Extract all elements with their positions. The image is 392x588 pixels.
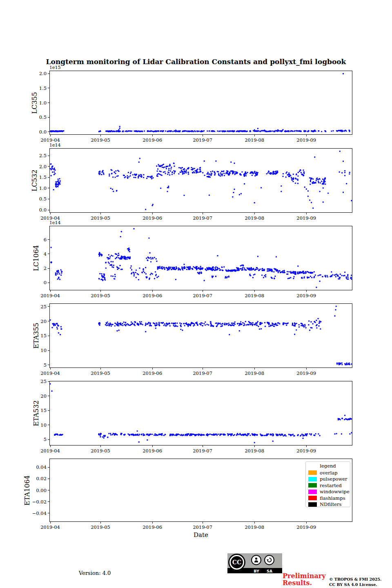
y-tick-label: 0.02 (30, 476, 47, 481)
y-tickmark (48, 210, 49, 210)
copyright-text: © TROPOS & FMI 2025. CC BY SA 4.0 Licens… (329, 577, 381, 587)
y-tickmark (48, 439, 49, 440)
y-tick-label: 2.0 (30, 164, 47, 169)
copyright-line1: © TROPOS & FMI 2025. (329, 577, 381, 582)
y-tickmark (48, 88, 49, 88)
x-tickmark (152, 135, 153, 136)
y-tick-label: 25 (30, 379, 47, 384)
x-tick-label: 2019-06 (143, 215, 162, 221)
x-tick-label: 2019-07 (193, 293, 212, 298)
x-tick-label: 2019-04 (40, 293, 60, 298)
x-tick-label: 2019-08 (245, 293, 264, 298)
y-axis-label-eta355: ETA355 (32, 323, 40, 349)
y-tick-label: 0.00 (30, 488, 47, 493)
x-tickmark (306, 135, 307, 136)
x-tickmark (100, 522, 101, 523)
preliminary-results-text: Preliminary Results. (283, 572, 326, 586)
x-tickmark (254, 213, 255, 214)
y-tick-label: −0.04 (30, 510, 47, 516)
x-tickmark (254, 368, 255, 370)
y-tick-label: 25 (30, 304, 47, 310)
y-tick-label: 5 (30, 362, 47, 368)
axis-offset-label: 1e14 (49, 220, 61, 225)
copyright-line2: CC BY SA 4.0 License. (329, 582, 381, 587)
x-tick-label: 2019-04 (40, 524, 60, 530)
x-tick-label: 2019-09 (296, 137, 316, 143)
legend-entry-NDfilters: NDfilters (308, 501, 347, 508)
x-tickmark (306, 213, 307, 214)
x-tickmark (152, 368, 153, 370)
y-tickmark (48, 177, 49, 178)
by-person-icon (251, 555, 261, 565)
legend-swatch-restarted (308, 483, 317, 488)
x-tickmark (50, 445, 51, 447)
x-tickmark (306, 522, 307, 523)
legend-title: legend (308, 463, 347, 469)
axis-offset-label: 1e15 (49, 65, 61, 70)
x-tickmark (100, 445, 101, 447)
legend-swatch-flashlamps (308, 496, 317, 500)
x-tickmark (152, 213, 153, 214)
y-tickmark (48, 239, 49, 240)
x-tick-label: 2019-07 (193, 137, 212, 143)
x-tick-label: 2019-05 (91, 370, 110, 376)
y-tick-label: 0.0 (30, 129, 47, 135)
legend-label: restarted (320, 483, 342, 488)
y-tickmark (48, 425, 49, 425)
sa-arrow-icon (264, 555, 274, 565)
axis-offset-label: 1e14 (49, 143, 61, 148)
x-tickmark (152, 445, 153, 447)
x-tickmark (152, 290, 153, 292)
x-tickmark (306, 290, 307, 292)
y-tick-label: 6 (30, 237, 47, 243)
cc-logo-icon: CC (229, 555, 244, 570)
plot-title: Longterm monitoring of Lidar Calibration… (0, 58, 392, 66)
legend-box: legend overlappulsepowerrestartedwindoww… (305, 461, 350, 507)
legend-swatch-windowwipe (308, 490, 317, 494)
legend-swatch-NDfilters (308, 502, 317, 507)
x-tickmark (50, 213, 51, 214)
x-tickmark (50, 290, 51, 292)
y-tickmark (48, 501, 49, 502)
x-tickmark (203, 213, 203, 214)
y-tick-label: 2.0 (30, 71, 47, 76)
date-axis-label: Date (194, 531, 208, 539)
x-tick-label: 2019-05 (91, 524, 110, 530)
x-tickmark (100, 135, 101, 136)
x-tickmark (50, 522, 51, 523)
y-tickmark (48, 513, 49, 513)
y-tickmark (48, 268, 49, 269)
x-tick-label: 2019-08 (245, 215, 264, 221)
legend-label: flashlamps (320, 495, 345, 501)
y-tick-label: 2.5 (30, 153, 47, 158)
x-tick-label: 2019-09 (296, 524, 316, 530)
x-tick-label: 2019-04 (40, 448, 60, 454)
legend-entry-restarted: restarted (308, 482, 347, 489)
x-tick-label: 2019-06 (143, 370, 162, 376)
y-tickmark (48, 396, 49, 396)
y-tickmark (48, 350, 49, 351)
y-tickmark (48, 188, 49, 188)
y-tick-label: 0 (30, 280, 47, 285)
x-tick-label: 2019-09 (296, 448, 316, 454)
cc-by-label: BY (254, 569, 259, 573)
x-tick-label: 2019-06 (143, 448, 162, 454)
y-axis-label-eta1064: ETA1064 (23, 475, 31, 506)
x-tick-label: 2019-08 (245, 448, 264, 454)
x-tickmark (306, 368, 307, 370)
x-tick-label: 2019-08 (245, 370, 264, 376)
y-tickmark (48, 365, 49, 365)
y-tickmark (48, 283, 49, 283)
legend-entry-flashlamps: flashlamps (308, 495, 347, 501)
y-axis-label-lc355: LC355 (31, 92, 38, 114)
x-tickmark (254, 135, 255, 136)
legend-label: pulsepower (320, 476, 347, 482)
y-tickmark (48, 410, 49, 411)
x-tickmark (100, 290, 101, 292)
x-tickmark (203, 290, 203, 292)
figure: Longterm monitoring of Lidar Calibration… (0, 0, 392, 588)
x-tickmark (254, 445, 255, 447)
x-tick-label: 2019-07 (193, 524, 212, 530)
person-icon (253, 557, 259, 563)
y-tickmark (48, 166, 49, 167)
